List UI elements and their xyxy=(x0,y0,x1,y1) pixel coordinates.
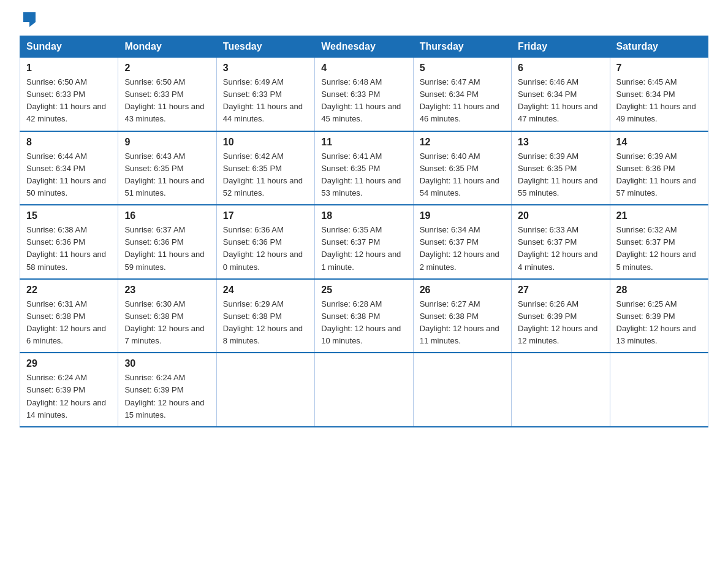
calendar-cell: 7 Sunrise: 6:45 AMSunset: 6:34 PMDayligh… xyxy=(610,58,708,131)
calendar-cell: 13 Sunrise: 6:39 AMSunset: 6:35 PMDaylig… xyxy=(512,131,610,205)
calendar-week-row: 29 Sunrise: 6:24 AMSunset: 6:39 PMDaylig… xyxy=(20,353,708,427)
day-number: 5 xyxy=(420,63,505,74)
day-info: Sunrise: 6:43 AMSunset: 6:35 PMDaylight:… xyxy=(124,150,210,200)
calendar-cell xyxy=(512,353,610,427)
calendar-header-monday: Monday xyxy=(118,36,216,58)
day-number: 26 xyxy=(420,285,505,296)
day-info: Sunrise: 6:46 AMSunset: 6:34 PMDaylight:… xyxy=(518,76,603,126)
calendar-cell xyxy=(610,353,708,427)
calendar-cell: 20 Sunrise: 6:33 AMSunset: 6:37 PMDaylig… xyxy=(512,205,610,279)
calendar-cell: 10 Sunrise: 6:42 AMSunset: 6:35 PMDaylig… xyxy=(216,131,314,205)
calendar-header-friday: Friday xyxy=(512,36,610,58)
calendar-cell: 16 Sunrise: 6:37 AMSunset: 6:36 PMDaylig… xyxy=(118,205,216,279)
day-number: 14 xyxy=(616,137,702,148)
day-info: Sunrise: 6:49 AMSunset: 6:33 PMDaylight:… xyxy=(223,76,308,126)
day-number: 17 xyxy=(223,210,308,221)
day-number: 30 xyxy=(124,358,210,369)
calendar-cell: 29 Sunrise: 6:24 AMSunset: 6:39 PMDaylig… xyxy=(20,353,118,427)
calendar-cell: 23 Sunrise: 6:30 AMSunset: 6:38 PMDaylig… xyxy=(118,279,216,353)
day-number: 22 xyxy=(26,285,112,296)
calendar-cell: 5 Sunrise: 6:47 AMSunset: 6:34 PMDayligh… xyxy=(413,58,511,131)
day-info: Sunrise: 6:32 AMSunset: 6:37 PMDaylight:… xyxy=(616,224,702,274)
day-number: 10 xyxy=(223,137,308,148)
day-number: 9 xyxy=(124,137,210,148)
day-number: 15 xyxy=(26,210,112,221)
day-info: Sunrise: 6:36 AMSunset: 6:36 PMDaylight:… xyxy=(223,224,308,274)
calendar-cell: 17 Sunrise: 6:36 AMSunset: 6:36 PMDaylig… xyxy=(216,205,314,279)
day-number: 1 xyxy=(26,63,112,74)
calendar-header-wednesday: Wednesday xyxy=(315,36,413,58)
day-number: 7 xyxy=(616,63,702,74)
day-number: 20 xyxy=(518,210,603,221)
day-info: Sunrise: 6:50 AMSunset: 6:33 PMDaylight:… xyxy=(124,76,210,126)
day-number: 23 xyxy=(124,285,210,296)
calendar-cell: 4 Sunrise: 6:48 AMSunset: 6:33 PMDayligh… xyxy=(315,58,413,131)
calendar-cell: 28 Sunrise: 6:25 AMSunset: 6:39 PMDaylig… xyxy=(610,279,708,353)
day-info: Sunrise: 6:48 AMSunset: 6:33 PMDaylight:… xyxy=(321,76,406,126)
day-number: 24 xyxy=(223,285,308,296)
day-info: Sunrise: 6:26 AMSunset: 6:39 PMDaylight:… xyxy=(518,298,603,348)
logo xyxy=(20,15,38,25)
day-number: 8 xyxy=(26,137,112,148)
day-number: 11 xyxy=(321,137,406,148)
calendar-header-saturday: Saturday xyxy=(610,36,708,58)
day-info: Sunrise: 6:34 AMSunset: 6:37 PMDaylight:… xyxy=(420,224,505,274)
calendar-cell: 21 Sunrise: 6:32 AMSunset: 6:37 PMDaylig… xyxy=(610,205,708,279)
day-number: 16 xyxy=(124,210,210,221)
day-info: Sunrise: 6:27 AMSunset: 6:38 PMDaylight:… xyxy=(420,298,505,348)
day-number: 6 xyxy=(518,63,603,74)
calendar-week-row: 1 Sunrise: 6:50 AMSunset: 6:33 PMDayligh… xyxy=(20,58,708,131)
day-info: Sunrise: 6:35 AMSunset: 6:37 PMDaylight:… xyxy=(321,224,406,274)
day-number: 18 xyxy=(321,210,406,221)
calendar-cell xyxy=(315,353,413,427)
calendar-table: SundayMondayTuesdayWednesdayThursdayFrid… xyxy=(20,36,708,427)
calendar-cell: 9 Sunrise: 6:43 AMSunset: 6:35 PMDayligh… xyxy=(118,131,216,205)
calendar-header-sunday: Sunday xyxy=(20,36,118,58)
day-info: Sunrise: 6:25 AMSunset: 6:39 PMDaylight:… xyxy=(616,298,702,348)
calendar-cell: 1 Sunrise: 6:50 AMSunset: 6:33 PMDayligh… xyxy=(20,58,118,131)
calendar-cell: 14 Sunrise: 6:39 AMSunset: 6:36 PMDaylig… xyxy=(610,131,708,205)
day-info: Sunrise: 6:40 AMSunset: 6:35 PMDaylight:… xyxy=(420,150,505,200)
calendar-cell: 27 Sunrise: 6:26 AMSunset: 6:39 PMDaylig… xyxy=(512,279,610,353)
calendar-cell xyxy=(216,353,314,427)
day-info: Sunrise: 6:28 AMSunset: 6:38 PMDaylight:… xyxy=(321,298,406,348)
calendar-cell: 30 Sunrise: 6:24 AMSunset: 6:39 PMDaylig… xyxy=(118,353,216,427)
calendar-cell: 22 Sunrise: 6:31 AMSunset: 6:38 PMDaylig… xyxy=(20,279,118,353)
day-number: 28 xyxy=(616,285,702,296)
day-info: Sunrise: 6:33 AMSunset: 6:37 PMDaylight:… xyxy=(518,224,603,274)
logo-flag-icon xyxy=(21,10,38,27)
day-info: Sunrise: 6:30 AMSunset: 6:38 PMDaylight:… xyxy=(124,298,210,348)
day-info: Sunrise: 6:42 AMSunset: 6:35 PMDaylight:… xyxy=(223,150,308,200)
day-number: 4 xyxy=(321,63,406,74)
calendar-cell: 19 Sunrise: 6:34 AMSunset: 6:37 PMDaylig… xyxy=(413,205,511,279)
calendar-cell: 11 Sunrise: 6:41 AMSunset: 6:35 PMDaylig… xyxy=(315,131,413,205)
calendar-cell: 25 Sunrise: 6:28 AMSunset: 6:38 PMDaylig… xyxy=(315,279,413,353)
calendar-cell: 24 Sunrise: 6:29 AMSunset: 6:38 PMDaylig… xyxy=(216,279,314,353)
day-number: 29 xyxy=(26,358,112,369)
day-number: 19 xyxy=(420,210,505,221)
day-info: Sunrise: 6:24 AMSunset: 6:39 PMDaylight:… xyxy=(26,372,112,421)
day-info: Sunrise: 6:31 AMSunset: 6:38 PMDaylight:… xyxy=(26,298,112,348)
calendar-cell: 8 Sunrise: 6:44 AMSunset: 6:34 PMDayligh… xyxy=(20,131,118,205)
day-number: 21 xyxy=(616,210,702,221)
calendar-cell: 6 Sunrise: 6:46 AMSunset: 6:34 PMDayligh… xyxy=(512,58,610,131)
calendar-cell xyxy=(413,353,511,427)
calendar-header-thursday: Thursday xyxy=(413,36,511,58)
calendar-cell: 15 Sunrise: 6:38 AMSunset: 6:36 PMDaylig… xyxy=(20,205,118,279)
day-number: 3 xyxy=(223,63,308,74)
day-number: 2 xyxy=(124,63,210,74)
calendar-header-tuesday: Tuesday xyxy=(216,36,314,58)
calendar-cell: 18 Sunrise: 6:35 AMSunset: 6:37 PMDaylig… xyxy=(315,205,413,279)
calendar-header-row: SundayMondayTuesdayWednesdayThursdayFrid… xyxy=(20,36,708,58)
day-number: 12 xyxy=(420,137,505,148)
calendar-week-row: 22 Sunrise: 6:31 AMSunset: 6:38 PMDaylig… xyxy=(20,279,708,353)
calendar-cell: 12 Sunrise: 6:40 AMSunset: 6:35 PMDaylig… xyxy=(413,131,511,205)
svg-marker-1 xyxy=(29,22,36,27)
svg-marker-0 xyxy=(23,12,36,22)
day-info: Sunrise: 6:38 AMSunset: 6:36 PMDaylight:… xyxy=(26,224,112,274)
day-info: Sunrise: 6:29 AMSunset: 6:38 PMDaylight:… xyxy=(223,298,308,348)
calendar-cell: 26 Sunrise: 6:27 AMSunset: 6:38 PMDaylig… xyxy=(413,279,511,353)
day-info: Sunrise: 6:39 AMSunset: 6:35 PMDaylight:… xyxy=(518,150,603,200)
day-number: 27 xyxy=(518,285,603,296)
day-info: Sunrise: 6:24 AMSunset: 6:39 PMDaylight:… xyxy=(124,372,210,421)
